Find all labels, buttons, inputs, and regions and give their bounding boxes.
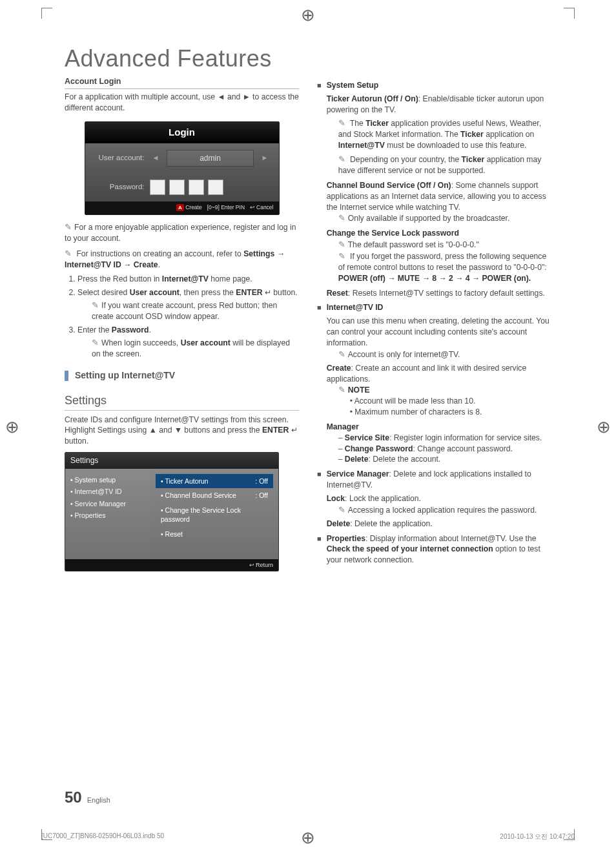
- steps-list: Press the Red button in Internet@TV home…: [65, 274, 299, 359]
- note-label: NOTE: [327, 384, 551, 396]
- print-footer-right: 2010-10-13 오전 10:47:20: [500, 832, 575, 841]
- option-change-service-lock[interactable]: • Change the Service Lock password: [156, 503, 273, 527]
- page-language: English: [87, 796, 110, 805]
- registration-mark-icon: ⊕: [301, 5, 315, 25]
- login-header: Login: [85, 122, 279, 143]
- option-channel-bound[interactable]: • Channel Bound Service: Off: [156, 488, 273, 502]
- note-internet-id: Account is only for internet@TV.: [327, 349, 551, 360]
- enter-icon: ↵: [265, 288, 271, 297]
- user-account-field[interactable]: admin: [167, 150, 253, 167]
- arrow-right-icon[interactable]: ►: [259, 153, 271, 163]
- return-icon: Cancel: [250, 204, 273, 212]
- settings-desc: Create IDs and configure Internet@TV set…: [65, 415, 299, 447]
- red-a-key-icon: A: [176, 204, 184, 211]
- arrow-right-icon: ►: [243, 92, 251, 101]
- option-ticker-autorun[interactable]: • Ticker Autorun: Off: [156, 474, 273, 488]
- step-2-note: If you want create account, press Red bu…: [77, 300, 299, 322]
- login-footer: A Create [0~9] Enter PIN Cancel: [85, 201, 279, 214]
- password-label: Password:: [93, 182, 145, 192]
- option-reset[interactable]: • Reset: [156, 527, 273, 541]
- note-reset-pw: If you forget the password, press the fo…: [327, 251, 551, 284]
- right-column: System Setup Ticker Autorun (Off / On): …: [317, 76, 551, 571]
- heading-setting-up: Setting up Internet@TV: [65, 369, 299, 382]
- note-ticker-2: Depending on your country, the Ticker ap…: [327, 154, 551, 176]
- note-default-pw: The default password set is "0-0-0-0.": [327, 239, 551, 251]
- arrow-left-icon: ◄: [217, 92, 225, 101]
- settings-panel-title: Settings: [65, 453, 278, 469]
- account-login-desc: For a application with multiple account,…: [65, 92, 299, 114]
- page-footer: 50 English: [65, 786, 110, 808]
- registration-mark-icon: ⊕: [597, 416, 611, 437]
- page-number: 50: [65, 786, 82, 808]
- sidebar-item-system-setup[interactable]: • System setup: [69, 474, 147, 486]
- login-panel: Login User account: ◄ admin ► Password: …: [85, 121, 280, 215]
- note-instructions: For instructions on creating an account,…: [65, 248, 299, 271]
- login-user-row: User account: ◄ admin ►: [85, 143, 279, 174]
- enter-icon: ↵: [291, 426, 298, 435]
- sidebar-item-properties[interactable]: • Properties: [69, 509, 147, 521]
- settings-panel: Settings • System setup • Internet@TV ID…: [65, 452, 279, 571]
- step-3: Enter the Password. When login succeeds,…: [77, 325, 299, 360]
- settings-footer: Return: [65, 559, 278, 571]
- return-icon: [249, 562, 256, 568]
- print-footer-left: [UC7000_ZT]BN68-02590H-06L03.indb 50: [41, 832, 164, 841]
- note-lock: Accessing a locked application requires …: [327, 504, 551, 516]
- left-column: Account Login For a application with mul…: [65, 76, 299, 571]
- arrow-left-icon[interactable]: ◄: [150, 153, 162, 163]
- step-3-note: When login succeeds, User account will b…: [77, 337, 299, 360]
- step-2: Select desired User account, then press …: [77, 287, 299, 322]
- settings-sidebar: • System setup • Internet@TV ID • Servic…: [65, 469, 150, 559]
- note-register: For a more enjoyable application experie…: [65, 221, 299, 244]
- note-ticker-1: The Ticker application provides useful N…: [327, 118, 551, 151]
- section-account-login: Account Login: [65, 76, 299, 89]
- settings-main: • Ticker Autorun: Off • Channel Bound Se…: [150, 469, 278, 559]
- item-service-manager: Service Manager: Delete and lock applica…: [317, 469, 551, 529]
- login-password-row: Password:: [85, 173, 279, 201]
- heading-settings: Settings: [65, 393, 299, 411]
- item-internet-id: Internet@TV ID You can use this menu whe…: [317, 302, 551, 465]
- note-cbs: Only available if supported by the broad…: [327, 212, 551, 224]
- sidebar-item-service-manager[interactable]: • Service Manager: [69, 498, 147, 509]
- registration-mark-icon: ⊕: [5, 416, 19, 437]
- item-system-setup: System Setup Ticker Autorun (Off / On): …: [317, 80, 551, 298]
- bullet: [350, 396, 354, 406]
- sidebar-item-internet-id[interactable]: • Internet@TV ID: [69, 486, 147, 497]
- user-account-label: User account:: [93, 153, 145, 163]
- step-1: Press the Red button in Internet@TV home…: [77, 274, 299, 285]
- password-boxes[interactable]: [150, 180, 271, 195]
- item-properties: Properties: Display information about In…: [317, 533, 551, 566]
- page-title: Advanced Features: [65, 45, 551, 72]
- print-footer: [UC7000_ZT]BN68-02590H-06L03.indb 50 201…: [41, 832, 575, 841]
